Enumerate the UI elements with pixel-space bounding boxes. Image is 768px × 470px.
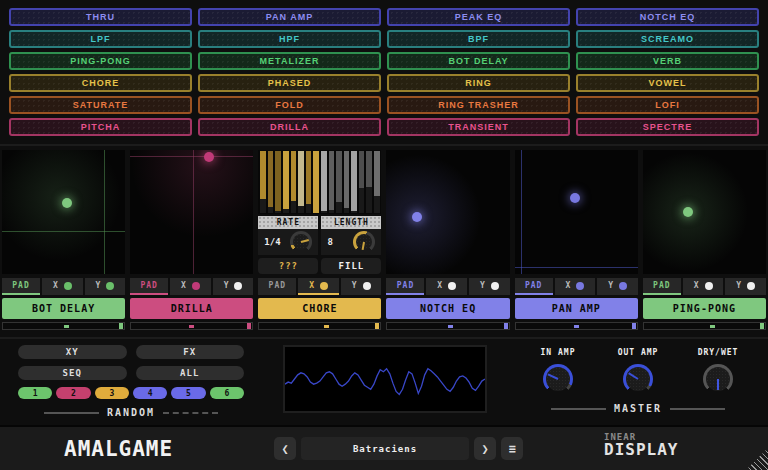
seq-bars[interactable] (258, 150, 381, 214)
seq-step[interactable] (374, 151, 380, 213)
effect-button-saturate[interactable]: SATURATE (9, 96, 192, 114)
slot-6-button[interactable]: 6 (210, 387, 244, 399)
effect-button-vowel[interactable]: VOWEL (576, 74, 759, 92)
tab-x[interactable]: X (170, 278, 211, 295)
xy-pad-drilla[interactable] (130, 150, 253, 274)
effect-button-ring-trasher[interactable]: RING TRASHER (387, 96, 570, 114)
slider-handle[interactable] (632, 323, 636, 329)
effect-button-bot-delay[interactable]: BOT DELAY (387, 52, 570, 70)
pad-mix-slider[interactable] (386, 322, 509, 330)
seq-step[interactable] (291, 151, 297, 213)
seq-fill-button[interactable]: FILL (321, 258, 381, 274)
slot-1-button[interactable]: 1 (18, 387, 52, 399)
in-amp-knob[interactable] (543, 364, 573, 394)
slot-5-button[interactable]: 5 (171, 387, 205, 399)
xy-cursor-dot[interactable] (683, 207, 693, 217)
effect-button-peak-eq[interactable]: PEAK EQ (387, 8, 570, 26)
effect-button-notch-eq[interactable]: NOTCH EQ (576, 8, 759, 26)
seq-step[interactable] (344, 151, 350, 213)
effect-button-thru[interactable]: THRU (9, 8, 192, 26)
random-seq-button[interactable]: SEQ (18, 366, 127, 380)
xy-pad-ping-pong[interactable] (643, 150, 766, 274)
next-preset-button[interactable]: ❯ (474, 437, 496, 460)
slider-handle[interactable] (119, 323, 123, 329)
seq-step[interactable] (283, 151, 289, 213)
xy-cursor-dot[interactable] (204, 152, 214, 162)
seq-step[interactable] (351, 151, 357, 213)
effect-button-screamo[interactable]: SCREAMO (576, 30, 759, 48)
effect-button-lpf[interactable]: LPF (9, 30, 192, 48)
out-amp-knob[interactable] (623, 364, 653, 394)
xy-pad-bot-delay[interactable] (2, 150, 125, 274)
seq-step[interactable] (336, 151, 342, 213)
slider-handle[interactable] (375, 323, 379, 329)
slot-2-button[interactable]: 2 (56, 387, 90, 399)
random-all-button[interactable]: ALL (136, 366, 245, 380)
slider-handle[interactable] (760, 323, 764, 329)
pad-effect-select-button[interactable]: DRILLA (130, 298, 253, 319)
xy-cursor-dot[interactable] (570, 193, 580, 203)
effect-button-ring[interactable]: RING (387, 74, 570, 92)
effect-button-pan-amp[interactable]: PAN AMP (198, 8, 381, 26)
tab-y[interactable]: Y (213, 278, 254, 295)
seq-step[interactable] (268, 151, 274, 213)
random-fx-button[interactable]: FX (136, 345, 245, 359)
seq-step[interactable] (366, 151, 372, 213)
seq-step[interactable] (306, 151, 312, 213)
prev-preset-button[interactable]: ❮ (274, 437, 296, 460)
tab-y[interactable]: Y (469, 278, 510, 295)
effect-button-phased[interactable]: PHASED (198, 74, 381, 92)
xy-cursor-dot[interactable] (62, 198, 72, 208)
xy-pad-notch-eq[interactable] (386, 150, 509, 274)
tab-pad[interactable]: PAD (258, 278, 296, 295)
tab-pad[interactable]: PAD (515, 278, 553, 295)
pad-mix-slider[interactable] (130, 322, 253, 330)
tab-x[interactable]: X (426, 278, 467, 295)
pad-effect-select-button[interactable]: NOTCH EQ (386, 298, 509, 319)
tab-pad[interactable]: PAD (386, 278, 424, 295)
tab-y[interactable]: Y (341, 278, 382, 295)
pad-effect-select-button[interactable]: BOT DELAY (2, 298, 125, 319)
effect-button-hpf[interactable]: HPF (198, 30, 381, 48)
effect-button-bpf[interactable]: BPF (387, 30, 570, 48)
effect-button-drilla[interactable]: DRILLA (198, 118, 381, 136)
tab-x[interactable]: X (555, 278, 596, 295)
slider-handle[interactable] (247, 323, 251, 329)
effect-button-pitcha[interactable]: PITCHA (9, 118, 192, 136)
pad-mix-slider[interactable] (2, 322, 125, 330)
tab-y[interactable]: Y (725, 278, 766, 295)
random-xy-button[interactable]: XY (18, 345, 127, 359)
slot-3-button[interactable]: 3 (95, 387, 129, 399)
dry-wet-knob[interactable] (703, 364, 733, 394)
effect-button-metalizer[interactable]: METALIZER (198, 52, 381, 70)
seq-step[interactable] (275, 151, 281, 213)
effect-button-lofi[interactable]: LOFI (576, 96, 759, 114)
pad-mix-slider[interactable] (515, 322, 638, 330)
tab-pad[interactable]: PAD (643, 278, 681, 295)
pad-effect-select-button[interactable]: CHORE (258, 298, 381, 319)
menu-button[interactable]: ≡ (501, 437, 523, 460)
effect-button-spectre[interactable]: SPECTRE (576, 118, 759, 136)
resize-grip[interactable] (746, 448, 768, 470)
seq-step[interactable] (313, 151, 319, 213)
pad-mix-slider[interactable] (643, 322, 766, 330)
pad-effect-select-button[interactable]: PING-PONG (643, 298, 766, 319)
slot-4-button[interactable]: 4 (133, 387, 167, 399)
effect-button-verb[interactable]: VERB (576, 52, 759, 70)
tab-y[interactable]: Y (597, 278, 638, 295)
effect-button-transient[interactable]: TRANSIENT (387, 118, 570, 136)
tab-x[interactable]: X (683, 278, 724, 295)
preset-name-display[interactable]: Batraciens (301, 437, 469, 460)
tab-y[interactable]: Y (85, 278, 126, 295)
rate-knob[interactable] (290, 231, 312, 253)
seq-step[interactable] (321, 151, 327, 213)
slider-handle[interactable] (504, 323, 508, 329)
seq-step[interactable] (260, 151, 266, 213)
xy-cursor-dot[interactable] (412, 212, 422, 222)
seq-step[interactable] (359, 151, 365, 213)
effect-button-chore[interactable]: CHORE (9, 74, 192, 92)
seq-step[interactable] (329, 151, 335, 213)
length-knob[interactable] (353, 231, 375, 253)
tab-x[interactable]: X (298, 278, 339, 295)
effect-button-fold[interactable]: FOLD (198, 96, 381, 114)
